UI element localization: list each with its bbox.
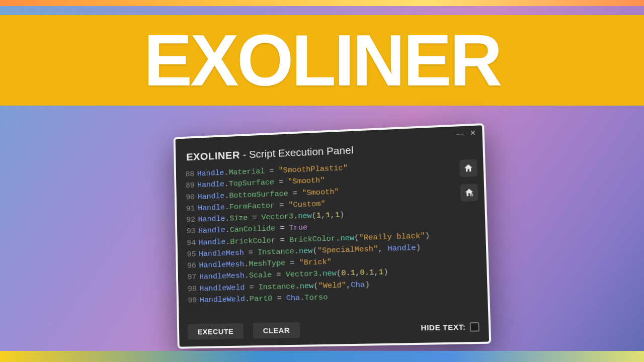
line-number: 97 bbox=[183, 272, 196, 284]
panel-subtitle: - Script Execution Panel bbox=[243, 144, 353, 160]
line-number: 99 bbox=[183, 295, 197, 307]
panel-app-name: EXOLINER bbox=[186, 149, 240, 162]
title-banner: EXOLINER bbox=[0, 15, 644, 106]
line-number: 89 bbox=[181, 180, 195, 192]
line-number: 90 bbox=[181, 192, 195, 204]
clear-button[interactable]: CLEAR bbox=[253, 322, 300, 339]
code-text: HandleWeld.Part0 = Cha.Torso bbox=[200, 292, 328, 306]
minimize-button[interactable]: — bbox=[456, 129, 464, 138]
home-settings-button[interactable] bbox=[460, 184, 478, 202]
close-button[interactable]: ✕ bbox=[470, 129, 476, 137]
line-number: 95 bbox=[182, 249, 196, 261]
line-number: 88 bbox=[181, 168, 194, 180]
code-editor[interactable]: 88Handle.Material = "SmoothPlastic"89Han… bbox=[176, 156, 489, 319]
top-accent-line bbox=[0, 0, 644, 6]
execute-button[interactable]: EXECUTE bbox=[188, 323, 244, 340]
home-gear-icon bbox=[464, 188, 474, 198]
hide-text-label: HIDE TEXT: bbox=[421, 322, 466, 332]
hide-text-checkbox[interactable] bbox=[470, 322, 479, 331]
home-button[interactable] bbox=[459, 159, 477, 177]
home-icon bbox=[463, 163, 473, 173]
side-toolbar bbox=[459, 159, 478, 202]
line-number: 98 bbox=[183, 283, 197, 295]
line-number: 93 bbox=[182, 226, 196, 238]
line-number: 94 bbox=[182, 237, 196, 249]
script-execution-panel: — ✕ EXOLINER - Script Execution Panel 88… bbox=[174, 123, 492, 349]
bottom-accent-line bbox=[0, 351, 644, 362]
line-number: 96 bbox=[183, 260, 196, 272]
hide-text-toggle[interactable]: HIDE TEXT: bbox=[421, 322, 479, 332]
banner-title: EXOLINER bbox=[143, 19, 500, 103]
line-number: 91 bbox=[182, 203, 195, 215]
line-number: 92 bbox=[182, 214, 195, 226]
